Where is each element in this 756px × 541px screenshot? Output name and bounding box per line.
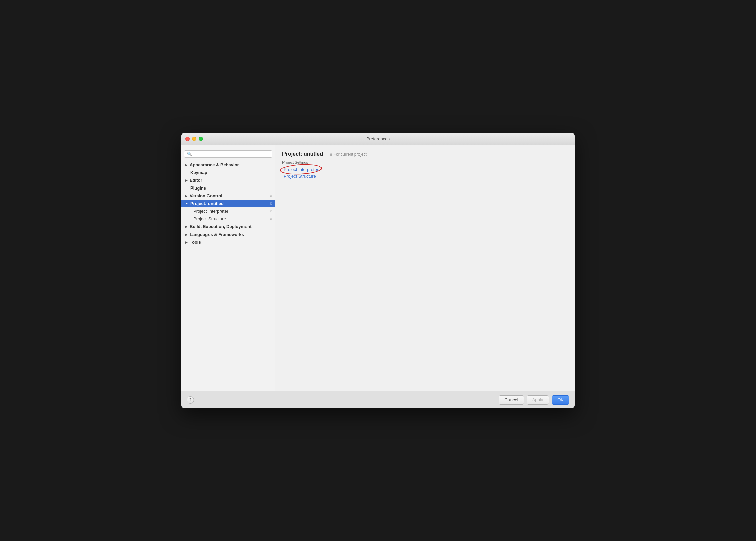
sidebar-item-keymap[interactable]: Keymap [181, 169, 275, 176]
copy-icon: ⧉ [270, 194, 272, 198]
for-current-project-label: For current project [334, 152, 367, 157]
sidebar-item-label: Version Control [190, 193, 269, 198]
close-button[interactable] [185, 137, 190, 141]
copy-icon: ⧉ [270, 202, 272, 206]
project-interpreter-link-container: Project Interpreter [284, 166, 318, 172]
arrow-down-icon: ▼ [185, 202, 188, 205]
preferences-window: Preferences 🔍 ▶ Appearance & Behavior Ke… [181, 133, 575, 408]
sidebar-item-tools[interactable]: ▶ Tools [181, 238, 275, 246]
arrow-icon: ▶ [185, 241, 188, 244]
sidebar-item-appearance-behavior[interactable]: ▶ Appearance & Behavior [181, 161, 275, 169]
sidebar-item-plugins[interactable]: Plugins [181, 184, 275, 192]
arrow-icon: ▶ [185, 163, 188, 167]
sidebar-item-project-untitled[interactable]: ▼ Project: untitled ⧉ [181, 200, 275, 207]
bottom-bar: ? Cancel Apply OK [181, 391, 575, 408]
help-icon: ? [189, 398, 191, 402]
arrow-icon: ▶ [185, 194, 188, 198]
minimize-button[interactable] [192, 137, 196, 141]
sidebar-item-editor[interactable]: ▶ Editor [181, 176, 275, 184]
search-input[interactable] [193, 152, 269, 156]
title-bar: Preferences [181, 133, 575, 145]
sidebar-item-build-execution[interactable]: ▶ Build, Execution, Deployment [181, 223, 275, 231]
panel-header: Project: untitled 🖥 For current project [282, 151, 568, 157]
traffic-lights [185, 137, 203, 141]
maximize-button[interactable] [199, 137, 203, 141]
sidebar: 🔍 ▶ Appearance & Behavior Keymap ▶ Edito… [181, 145, 275, 391]
help-button[interactable]: ? [187, 396, 194, 404]
sidebar-item-project-interpreter[interactable]: Project Interpreter ⧉ [181, 207, 275, 215]
project-interpreter-link[interactable]: Project Interpreter [284, 167, 318, 172]
copy-icon: ⧉ [270, 209, 272, 213]
panel-title: Project: untitled [282, 151, 323, 157]
sidebar-item-label: Appearance & Behavior [190, 162, 272, 167]
cancel-button[interactable]: Cancel [499, 395, 524, 405]
window-title: Preferences [366, 136, 390, 141]
sidebar-item-label: Editor [190, 178, 272, 183]
search-box[interactable]: 🔍 [184, 150, 272, 158]
sidebar-item-label: Tools [190, 240, 272, 245]
section-label: Project Settings [282, 160, 568, 164]
monitor-icon: 🖥 [329, 152, 332, 156]
sidebar-item-label: Build, Execution, Deployment [190, 224, 272, 229]
sidebar-item-languages-frameworks[interactable]: ▶ Languages & Frameworks [181, 231, 275, 238]
copy-icon: ⧉ [270, 217, 272, 221]
panel-links: Project Interpreter Project Structure [284, 166, 568, 179]
right-panel: Project: untitled 🖥 For current project … [275, 145, 575, 391]
arrow-icon: ▶ [185, 233, 188, 236]
for-current-project: 🖥 For current project [329, 152, 367, 157]
arrow-icon: ▶ [185, 225, 188, 228]
sidebar-item-label: Keymap [185, 170, 272, 175]
sidebar-item-label: Languages & Frameworks [190, 232, 272, 237]
sidebar-sub-item-label: Project Interpreter [193, 209, 228, 214]
ok-button[interactable]: OK [552, 395, 569, 405]
sidebar-item-project-structure[interactable]: Project Structure ⧉ [181, 215, 275, 223]
sidebar-item-version-control[interactable]: ▶ Version Control ⧉ [181, 192, 275, 200]
sidebar-sub-item-label: Project Structure [193, 216, 226, 221]
arrow-icon: ▶ [185, 179, 188, 182]
search-icon: 🔍 [187, 152, 192, 156]
sidebar-item-label: Project: untitled [190, 201, 269, 206]
sidebar-item-label: Plugins [185, 185, 272, 191]
apply-button[interactable]: Apply [527, 395, 549, 405]
main-content: 🔍 ▶ Appearance & Behavior Keymap ▶ Edito… [181, 145, 575, 391]
project-structure-link[interactable]: Project Structure [284, 174, 316, 179]
